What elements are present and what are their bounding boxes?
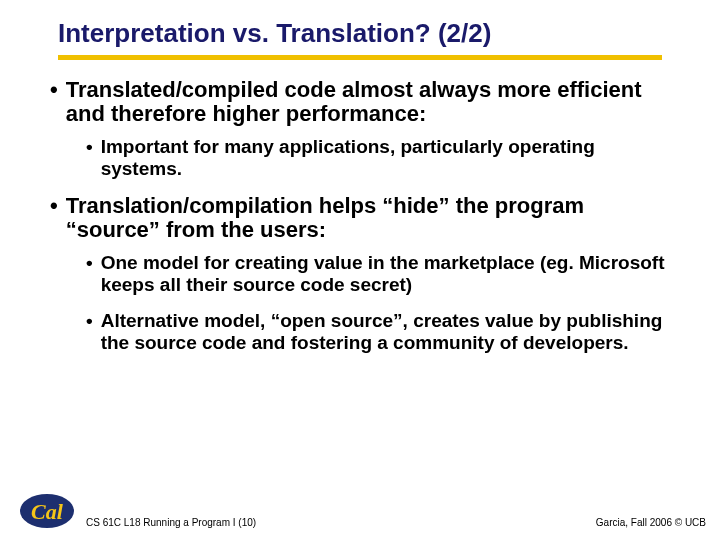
bullet-text: Alternative model, “open source”, create… <box>101 310 670 354</box>
slide-content: • Translated/compiled code almost always… <box>30 78 690 354</box>
footer: Cal CS 61C L18 Running a Program I (10) … <box>0 492 720 530</box>
bullet-text: One model for creating value in the mark… <box>101 252 670 296</box>
bullet-level2: • One model for creating value in the ma… <box>86 252 670 296</box>
bullet-level1: • Translation/compilation helps “hide” t… <box>50 194 670 242</box>
bullet-text: Translated/compiled code almost always m… <box>66 78 670 126</box>
bullet-level2: • Alternative model, “open source”, crea… <box>86 310 670 354</box>
bullet-text: Translation/compilation helps “hide” the… <box>66 194 670 242</box>
bullet-text: Important for many applications, particu… <box>101 136 670 180</box>
slide: Interpretation vs. Translation? (2/2) • … <box>0 0 720 540</box>
cal-logo-icon: Cal <box>18 492 76 530</box>
footer-left-text: CS 61C L18 Running a Program I (10) <box>86 517 596 528</box>
bullet-dot: • <box>50 194 58 242</box>
bullet-dot: • <box>86 252 93 296</box>
bullet-level2: • Important for many applications, parti… <box>86 136 670 180</box>
bullet-dot: • <box>50 78 58 126</box>
bullet-level1: • Translated/compiled code almost always… <box>50 78 670 126</box>
bullet-dot: • <box>86 136 93 180</box>
svg-text:Cal: Cal <box>31 499 64 524</box>
title-underline <box>58 55 662 60</box>
footer-right-text: Garcia, Fall 2006 © UCB <box>596 517 706 528</box>
slide-title: Interpretation vs. Translation? (2/2) <box>30 18 690 55</box>
bullet-dot: • <box>86 310 93 354</box>
